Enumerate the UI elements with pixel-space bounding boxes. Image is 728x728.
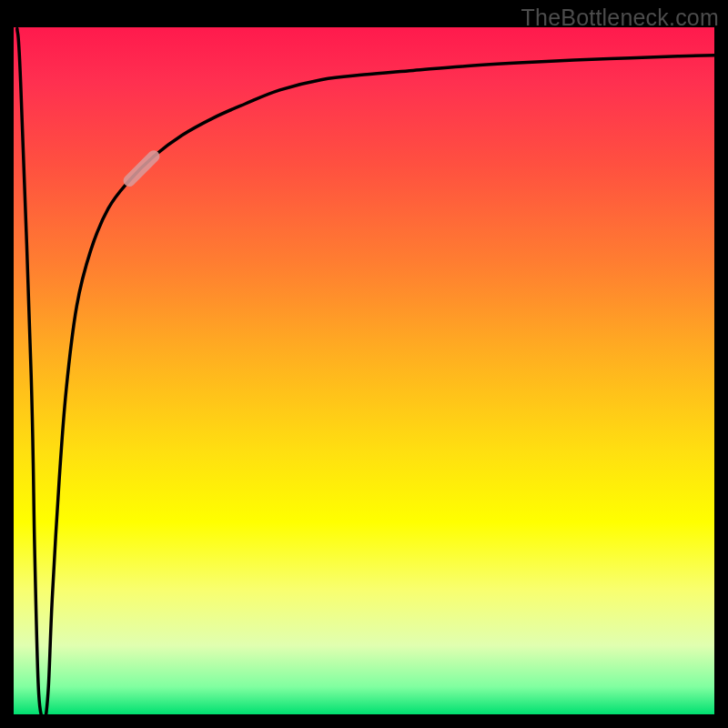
highlight-segment [129,157,154,181]
watermark-text: TheBottleneck.com [521,5,719,31]
bottleneck-chart: TheBottleneck.com [0,0,728,728]
curve-layer [14,27,714,724]
bottleneck-curve-path [17,29,714,722]
